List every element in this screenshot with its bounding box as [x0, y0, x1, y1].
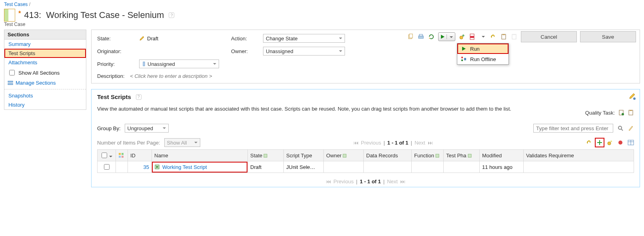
table-row[interactable]: 35 Working Test Script Draft JUnit Sele…… — [98, 161, 634, 173]
edit-pencil-icon[interactable] — [139, 36, 145, 41]
svg-rect-37 — [119, 156, 121, 158]
save-button[interactable]: Save — [580, 31, 636, 42]
svg-point-29 — [608, 142, 611, 145]
refresh-icon[interactable] — [428, 33, 435, 40]
sidebar-item-test-scripts[interactable]: Test Scripts — [4, 49, 86, 58]
th-state[interactable]: State — [248, 150, 284, 161]
svg-rect-39 — [264, 154, 267, 157]
th-validates[interactable]: Validates Requireme — [524, 150, 634, 161]
groupby-select[interactable]: Ungrouped — [125, 124, 169, 133]
quality-task-clipboard-add-icon[interactable] — [618, 109, 624, 116]
associate-icon[interactable] — [459, 33, 466, 40]
cancel-button[interactable]: Cancel — [521, 31, 577, 42]
pdf-icon[interactable] — [469, 33, 476, 40]
pager-prev: Previous — [333, 178, 354, 184]
owner-select[interactable]: Unassigned — [263, 47, 345, 56]
th-select[interactable] — [98, 150, 116, 161]
action-label: Action: — [231, 36, 259, 42]
svg-marker-13 — [462, 47, 466, 51]
associate-script-icon[interactable] — [607, 139, 613, 146]
run-dropdown-caret[interactable] — [447, 34, 455, 40]
state-label: State: — [97, 36, 135, 42]
svg-rect-10 — [502, 34, 505, 35]
svg-rect-12 — [513, 34, 515, 35]
add-script-icon[interactable] — [596, 139, 603, 146]
title-toolbar: Cancel Save — [407, 31, 636, 42]
th-id[interactable]: ID — [128, 150, 152, 161]
quality-task-label: Quality Task: — [585, 110, 615, 116]
pager-range: 1 - 1 of 1 — [360, 178, 381, 184]
select-all-checkbox[interactable] — [102, 153, 107, 158]
row-name-link[interactable]: Working Test Script — [162, 164, 207, 170]
artifact-type-label: Test Case — [0, 22, 644, 27]
edit-section-icon[interactable] — [628, 93, 636, 100]
show-all-sections-checkbox[interactable] — [9, 70, 15, 75]
th-data-records[interactable]: Data Records — [364, 150, 412, 161]
th-function[interactable]: Function — [412, 150, 444, 161]
page-title: 413: Working Test Case - Selenium — [24, 10, 164, 20]
row-script-type: JUnit Sele… — [284, 161, 324, 173]
svg-rect-42 — [468, 154, 471, 157]
state-value[interactable]: Draft — [139, 36, 227, 42]
link-icon[interactable] — [490, 33, 497, 40]
filter-input[interactable] — [533, 124, 613, 133]
pager-prev: Previous — [361, 140, 381, 146]
svg-point-30 — [610, 141, 612, 142]
breadcrumb-parent-link[interactable]: Test Cases — [4, 2, 28, 7]
sidebar-item-attachments[interactable]: Attachments — [4, 58, 86, 67]
svg-rect-16 — [464, 58, 466, 60]
quality-task-clipboard-icon[interactable] — [628, 109, 634, 116]
svg-rect-2 — [419, 36, 423, 38]
clear-filter-icon[interactable] — [628, 125, 634, 131]
clipboard-icon[interactable] — [500, 33, 507, 40]
clipboard-alt-icon[interactable] — [510, 33, 518, 40]
row-id-link[interactable]: 35 — [144, 164, 149, 170]
remove-script-icon[interactable] — [617, 139, 624, 146]
row-checkbox[interactable] — [104, 164, 110, 170]
test-scripts-heading: Test Scripts — [97, 93, 131, 100]
pdf-caret-icon[interactable] — [479, 33, 486, 40]
th-name[interactable]: Name — [152, 150, 248, 161]
sidebar-item-snapshots[interactable]: Snapshots — [4, 91, 86, 100]
svg-point-20 — [633, 97, 636, 100]
th-test-phase[interactable]: Test Pha — [444, 150, 480, 161]
columns-icon[interactable] — [628, 139, 634, 146]
svg-point-6 — [463, 35, 464, 36]
description-placeholder[interactable]: < Click here to enter a description > — [130, 73, 212, 79]
svg-rect-35 — [119, 153, 121, 155]
th-script-type[interactable]: Script Type — [284, 150, 324, 161]
run-menu-run[interactable]: Run — [457, 44, 508, 54]
items-per-page-select[interactable]: Show All — [164, 138, 200, 147]
link-action-icon[interactable] — [586, 139, 592, 146]
search-icon[interactable] — [617, 125, 624, 131]
show-all-sections-label: Show All Sections — [18, 70, 60, 76]
th-owner[interactable]: Owner — [324, 150, 364, 161]
svg-rect-19 — [143, 62, 145, 66]
run-menu-run-offline[interactable]: Run Offline — [457, 54, 508, 64]
play-icon — [461, 46, 467, 52]
svg-rect-41 — [436, 154, 439, 157]
copy-icon[interactable] — [407, 33, 414, 40]
print-icon[interactable] — [417, 33, 425, 40]
run-menu: Run Run Offline — [457, 43, 509, 65]
th-modified[interactable]: Modified — [480, 150, 524, 161]
pager-first-icon: ⏮ — [326, 178, 331, 184]
breadcrumb: Test Cases / — [0, 0, 644, 9]
description-label: Description: — [97, 73, 125, 79]
manage-sections-row[interactable]: Manage Sections — [4, 78, 86, 87]
sidebar-item-history[interactable]: History — [4, 100, 86, 109]
run-play-icon[interactable] — [439, 34, 447, 39]
action-select[interactable]: Change State — [263, 34, 345, 43]
pager-next: Next — [415, 140, 425, 146]
th-type[interactable] — [116, 150, 128, 161]
svg-point-25 — [618, 126, 622, 129]
priority-select[interactable]: Unassigned — [139, 59, 219, 68]
pager-range: 1 - 1 of 1 — [387, 140, 409, 146]
sidebar-item-summary[interactable]: Summary — [4, 40, 86, 49]
show-all-sections-row[interactable]: Show All Sections — [4, 67, 86, 78]
sections-heading: Sections — [4, 30, 86, 40]
run-split-button[interactable] — [438, 32, 455, 41]
manage-sections-link[interactable]: Manage Sections — [16, 80, 56, 86]
help-icon[interactable]: ? — [169, 12, 174, 18]
scripts-help-icon[interactable]: ? — [136, 94, 142, 100]
